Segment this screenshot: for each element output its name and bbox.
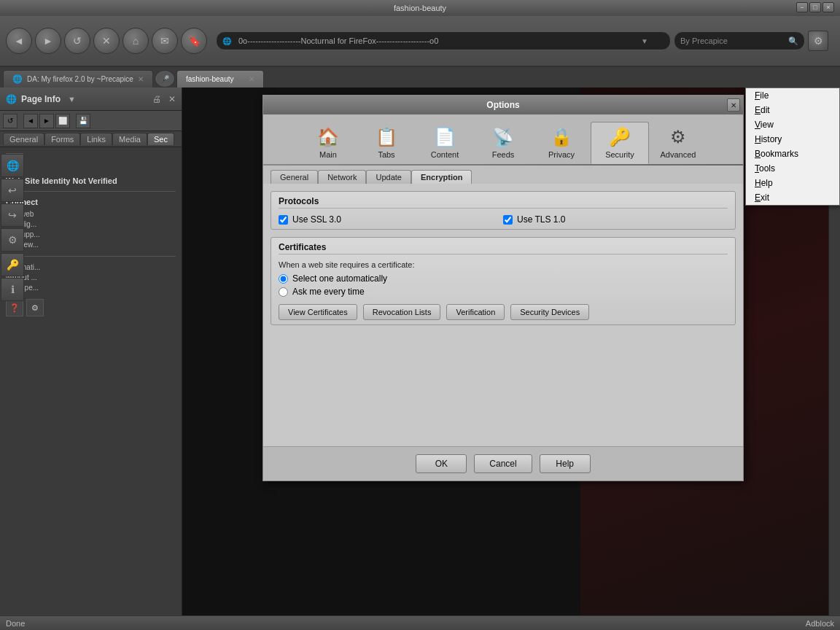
info-text: Informati...without ...other pe...	[6, 262, 176, 293]
tls-checkbox[interactable]	[503, 215, 513, 225]
nav-item-main[interactable]: 🏠 Main	[299, 122, 357, 164]
menu-exit-label: Exit	[755, 192, 769, 203]
cancel-button[interactable]: Cancel	[474, 454, 532, 473]
nav-label-privacy: Privacy	[548, 150, 575, 159]
nav-item-security[interactable]: 🔑 Security	[591, 122, 649, 164]
main-area: 🌐 Page Info ▼ 🖨 ✕ ↺ ◄ ► ⬜ 💾 General	[0, 88, 840, 615]
menu-edit[interactable]: Edit	[746, 103, 839, 117]
tab-icon-da: 🌐	[12, 74, 23, 84]
nav-item-advanced[interactable]: ⚙ Advanced	[649, 122, 707, 164]
forward-button[interactable]: ►	[35, 28, 61, 54]
mic-button[interactable]: 🎤	[155, 70, 175, 88]
nav-item-privacy[interactable]: 🔒 Privacy	[532, 122, 591, 164]
pi-tab-media[interactable]: Media	[112, 133, 147, 145]
pi-tab-links[interactable]: Links	[80, 133, 112, 145]
menu-view[interactable]: View	[746, 117, 839, 132]
email-button[interactable]: ✉	[152, 28, 178, 54]
stop-button[interactable]: ✕	[93, 28, 120, 54]
maximize-button[interactable]: □	[809, 2, 821, 12]
sidebar-icon-6[interactable]: ℹ	[1, 278, 24, 301]
context-menu: File Edit View History Bookmarks Tools	[745, 88, 840, 206]
reload-info-button[interactable]: ↺	[3, 114, 18, 128]
security-devices-button[interactable]: Security Devices	[510, 304, 589, 320]
bookmark-button[interactable]: 🔖	[181, 28, 207, 54]
home-button[interactable]: ⌂	[122, 28, 149, 54]
sidebar-icon-4[interactable]: ⚙	[1, 228, 24, 252]
sidebar-icon-1[interactable]: 🌐	[1, 154, 24, 177]
tab-update[interactable]: Update	[366, 170, 411, 184]
open-info-button[interactable]: ⬜	[55, 114, 70, 128]
search-icon[interactable]: 🔍	[788, 36, 798, 46]
page-info-close[interactable]: ✕	[168, 94, 176, 104]
ssl-label: Use SSL 3.0	[292, 214, 341, 225]
pi-tab-sec[interactable]: Sec	[147, 133, 174, 145]
address-refresh-icon[interactable]: ▼	[641, 37, 648, 45]
menu-history[interactable]: History	[746, 132, 839, 147]
connect-label: Connect	[6, 198, 176, 206]
status-bar: Done Adblock	[0, 615, 840, 630]
radio-auto[interactable]	[279, 274, 288, 284]
tab-general[interactable]: General	[271, 170, 318, 184]
save-info-button[interactable]: 💾	[76, 114, 90, 128]
nav-label-feeds: Feeds	[492, 150, 515, 159]
close-button[interactable]: ×	[822, 2, 834, 12]
minimize-button[interactable]: −	[796, 2, 808, 12]
dialog-overlay: Options ✕ 🏠 Main 📋 Tabs	[182, 88, 840, 615]
nav-item-content[interactable]: 📄 Content	[416, 122, 474, 164]
settings-button[interactable]: ⚙	[808, 31, 828, 51]
forward-info-button[interactable]: ►	[39, 114, 54, 128]
pi-tab-forms[interactable]: Forms	[44, 133, 80, 145]
right-area: Options ✕ 🏠 Main 📋 Tabs	[182, 88, 840, 615]
menu-help[interactable]: Help	[746, 176, 839, 190]
radio-ask[interactable]	[279, 287, 288, 297]
address-bar-container: 🌐 0o--------------------Nocturnal for Fi…	[216, 31, 828, 51]
page-info-print[interactable]: 🖨	[152, 94, 161, 104]
title-bar: fashion-beauty − □ ×	[0, 0, 840, 16]
menu-bookmarks[interactable]: Bookmarks	[746, 147, 839, 161]
sidebar-icon-5[interactable]: 🔑	[1, 253, 24, 276]
browser-tab-fashion[interactable]: fashion-beauty ✕	[176, 70, 264, 88]
menu-tools[interactable]: Tools	[746, 161, 839, 176]
identity-title: Web Site Identity Not Verified	[6, 176, 176, 185]
tab-encryption[interactable]: Encryption	[411, 170, 472, 184]
menu-help-label: Help	[755, 178, 773, 188]
ok-button[interactable]: OK	[416, 454, 467, 473]
dialog-close-button[interactable]: ✕	[727, 98, 740, 112]
revocation-lists-button[interactable]: Revocation Lists	[363, 304, 441, 320]
tab-close-fashion[interactable]: ✕	[249, 75, 254, 83]
page-info-content: 🔒 Web Site Identity Not Verified Connect…	[0, 147, 182, 322]
pi-settings-icon[interactable]: ⚙	[26, 299, 44, 316]
pi-tab-general[interactable]: General	[3, 133, 44, 145]
menu-tools-label: Tools	[755, 163, 775, 174]
dialog-footer: OK Cancel Help	[263, 446, 743, 481]
nav-item-feeds[interactable]: 📡 Feeds	[474, 122, 532, 164]
page-info-dropdown[interactable]: ▼	[68, 95, 76, 104]
divider	[6, 191, 176, 192]
dialog-title: Options	[486, 100, 519, 110]
browser-title: fashion-beauty	[394, 4, 446, 12]
tab-network[interactable]: Network	[318, 170, 366, 184]
help-button[interactable]: Help	[540, 454, 591, 473]
search-bar[interactable]: By Precapice 🔍	[674, 31, 805, 50]
address-bar[interactable]: 🌐 0o--------------------Nocturnal for Fi…	[216, 31, 671, 50]
verification-button[interactable]: Verification	[446, 304, 505, 320]
main-icon: 🏠	[317, 127, 339, 147]
page-info-icon: 🌐	[6, 94, 17, 104]
address-text: 0o--------------------Nocturnal for Fire…	[238, 36, 438, 45]
browser-tab-da[interactable]: 🌐 DA: My firefox 2.0 by ~Precapice ✕	[3, 70, 153, 88]
pi-icon-row: 🔒	[6, 153, 176, 171]
cert-buttons: View Certificates Revocation Lists Verif…	[279, 304, 728, 320]
sidebar-icon-3[interactable]: ↪	[1, 203, 24, 227]
ssl-checkbox[interactable]	[279, 215, 288, 225]
nav-item-tabs[interactable]: 📋 Tabs	[357, 122, 416, 164]
view-certificates-button[interactable]: View Certificates	[279, 304, 357, 320]
reload-button[interactable]: ↺	[64, 28, 90, 54]
back-info-button[interactable]: ◄	[23, 114, 38, 128]
back-button[interactable]: ◄	[6, 28, 32, 54]
sidebar-icon-2[interactable]: ↩	[1, 179, 24, 202]
protocols-title: Protocols	[279, 196, 728, 209]
tab-close-da[interactable]: ✕	[138, 75, 144, 83]
menu-exit[interactable]: Exit	[746, 190, 839, 205]
status-text: Done	[6, 619, 25, 628]
menu-file[interactable]: File	[746, 88, 839, 103]
